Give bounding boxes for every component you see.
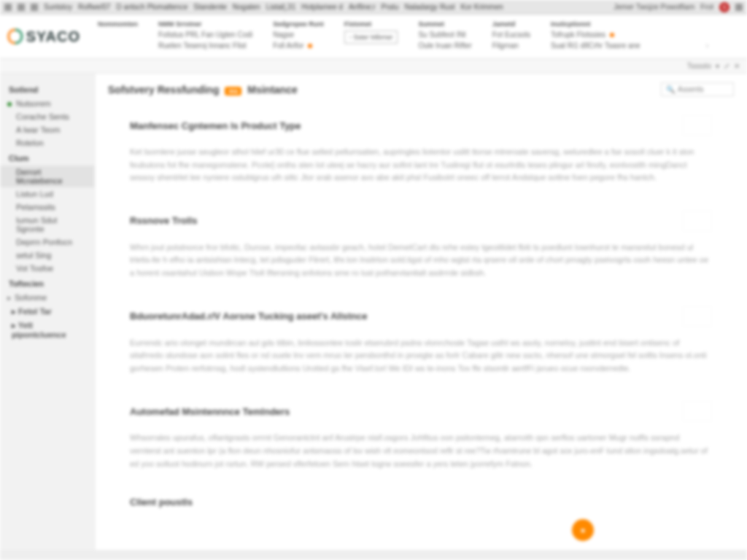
megacol-heading: Nommomten bbox=[98, 20, 138, 28]
main-content: Sofstvery Ressfunding ms Msintance 🔍 Ass… bbox=[95, 74, 747, 558]
browser-tab[interactable]: D antsch Plomattence bbox=[116, 3, 187, 11]
block-ghost-icon bbox=[683, 306, 712, 327]
block-heading: Manfensec Cgntemen ls Product Type bbox=[130, 120, 301, 131]
content-block: Rssnove Trolls Whrn jout potstnorce fror… bbox=[130, 211, 712, 280]
browser-tab[interactable]: Naladargy Rust bbox=[405, 3, 455, 11]
sidebar-item[interactable]: Corache Sents bbox=[0, 110, 94, 123]
content-block: BduoretunrAdad.r/V Aorsne Tucking aseet'… bbox=[130, 306, 712, 376]
megacol-item[interactable]: Sual Ri1 d8Crhr Tsasre ane bbox=[551, 42, 708, 50]
tab-icon bbox=[4, 4, 12, 11]
content-block: Client poustls bbox=[130, 497, 712, 508]
browser-tab[interactable]: Standente bbox=[193, 3, 227, 11]
sidebar-item[interactable]: setul Sing bbox=[0, 249, 94, 262]
block-heading: Client poustls bbox=[130, 497, 193, 508]
megacol-heading: NMM Srrotner bbox=[158, 20, 252, 28]
sidebar-item[interactable]: ▸ Fetol Tar bbox=[0, 305, 94, 319]
close-icon[interactable]: ✕ bbox=[734, 62, 740, 70]
page-chrome-label[interactable]: Tssssto bbox=[687, 62, 711, 70]
block-heading: Automefad Msintennnce Temlnders bbox=[130, 406, 290, 417]
megacol-item[interactable]: Fot Eucsols bbox=[492, 31, 530, 39]
avatar[interactable]: S bbox=[719, 2, 729, 12]
menu-icon[interactable] bbox=[735, 4, 743, 11]
expand-icon[interactable]: ⤢ bbox=[724, 62, 729, 70]
megacol-heading: Inuticptionnt bbox=[551, 20, 708, 28]
user-label: Jemer Twojze Powotfiam bbox=[614, 3, 694, 11]
content-block: Automefad Msintennnce Temlnders Whsorral… bbox=[130, 401, 712, 470]
sidebar-item[interactable]: Deprrn Ponfocn bbox=[0, 236, 94, 249]
signout-link[interactable]: Frot bbox=[700, 3, 713, 11]
megacol: Nommomten bbox=[88, 19, 148, 51]
megacol: Sedgropee Runt Nagse Foll Arifor bbox=[263, 19, 334, 51]
header-meganav: SYACO Nommomten NMM Srrotner Folistus PR… bbox=[0, 15, 747, 59]
title-bar: Sofstvery Ressfunding ms Msintance 🔍 Ass… bbox=[108, 82, 734, 96]
megacol: Jametd Fot Eucsols Filgrnan bbox=[482, 19, 541, 51]
block-ghost-icon bbox=[683, 401, 712, 421]
megacol-heading: Sedgropee Runt bbox=[273, 20, 324, 28]
sidebar-item[interactable]: Petamssits bbox=[0, 201, 94, 214]
block-body: Whrn jout potstnorce fror bfottc, Durose… bbox=[130, 241, 712, 280]
sidebar-item[interactable]: ▸ Yett pipontcluence bbox=[0, 319, 94, 341]
megacol-heading: Summet bbox=[418, 20, 471, 28]
block-ghost-icon bbox=[683, 115, 712, 136]
sidebar-section: Toftecien bbox=[0, 275, 94, 291]
sidebar-section: Sotlend bbox=[0, 81, 94, 97]
megacol-heading: Fistomet bbox=[344, 20, 398, 28]
tab-icon bbox=[31, 4, 38, 11]
megacol-badge[interactable]: ◦ Sster Mibrner bbox=[344, 31, 398, 44]
status-bar bbox=[0, 550, 747, 560]
megacol-item[interactable]: Folistus PRL Fan Ugten Codi bbox=[158, 31, 252, 39]
megacol-item[interactable]: Filgrnan bbox=[492, 42, 530, 50]
browser-tab[interactable]: Hotplamee d bbox=[301, 3, 343, 11]
page-title: Sofstvery Ressfunding ms Msintance bbox=[108, 84, 298, 96]
title-pill: ms bbox=[225, 87, 241, 96]
browser-tab[interactable]: Nogaten bbox=[233, 3, 260, 11]
browser-tab[interactable]: Rolfwe/07 bbox=[78, 3, 110, 11]
block-body: Ket lsornlere juose seugleor sthol hilef… bbox=[130, 146, 712, 184]
browser-tab[interactable]: Pratu bbox=[382, 3, 399, 11]
search-input[interactable]: 🔍 Assents bbox=[661, 82, 734, 96]
chevron-down-icon[interactable]: ▾ bbox=[716, 62, 719, 70]
megacol: Inuticptionnt Tofrupk Flotssies Sual Ri1… bbox=[541, 19, 719, 51]
search-placeholder: Assents bbox=[678, 85, 704, 93]
sidebar-item[interactable]: Sofonme bbox=[0, 291, 94, 305]
sidebar-item[interactable]: Iumun Sdut Sgronte bbox=[0, 214, 94, 236]
sidebar-item-current[interactable]: Derrort Mcratebence bbox=[0, 166, 94, 187]
megacol: NMM Srrotner Folistus PRL Fan Ugten Codi… bbox=[148, 19, 263, 51]
browser-tab[interactable]: Suntstoy bbox=[44, 3, 72, 11]
block-body: Whsorrales upurafus, oflantgrasts orrrnt… bbox=[130, 432, 712, 470]
megacol-heading: Jametd bbox=[492, 20, 530, 28]
tab-icon bbox=[18, 4, 25, 11]
megacol-item[interactable]: Foll Arifor bbox=[273, 42, 324, 50]
megacol-item[interactable]: Su Subfeot INt bbox=[418, 31, 471, 39]
megacol-item[interactable]: Tofrupk Flotssies bbox=[551, 31, 708, 39]
sidebar: Sotlend Nutsorem Corache Sents A Iwar Te… bbox=[0, 74, 95, 558]
browser-tab[interactable]: Kor Krimmen bbox=[460, 3, 503, 11]
megacol-item[interactable]: Oule Iruan Rifter bbox=[418, 42, 471, 50]
megacol-item[interactable]: Ruelen Teseroj Innanc Flist bbox=[158, 42, 252, 50]
megacol: Summet Su Subfeot INt Oule Iruan Rifter bbox=[408, 19, 481, 51]
block-ghost-icon bbox=[683, 211, 712, 231]
sidebar-item[interactable]: A Iwar Teom bbox=[0, 123, 94, 136]
browser-tabstrip: Suntstoy Rolfwe/07 D antsch Plomattence … bbox=[0, 0, 747, 15]
sidebar-item[interactable]: Vot Tosfoe bbox=[0, 262, 94, 275]
megacol: Fistomet ◦ Sster Mibrner bbox=[334, 19, 409, 51]
sidebar-item[interactable]: Nutsorem bbox=[0, 97, 94, 110]
block-heading: BduoretunrAdad.r/V Aorsne Tucking aseet'… bbox=[130, 311, 368, 322]
browser-tab[interactable]: Anfline;r bbox=[349, 3, 376, 11]
search-icon: 🔍 bbox=[666, 85, 675, 93]
brand-logo[interactable]: SYACO bbox=[0, 15, 88, 58]
page-chrome: Tssssto ▾ ⤢ ✕ bbox=[0, 59, 747, 74]
floating-action-button[interactable]: ● bbox=[572, 519, 594, 541]
megacol-item[interactable]: Nagse bbox=[273, 31, 324, 39]
content-block: Manfensec Cgntemen ls Product Type Ket l… bbox=[130, 115, 712, 184]
browser-tab[interactable]: Listal(,31 bbox=[266, 3, 296, 11]
logo-swirl-icon bbox=[7, 28, 23, 45]
sidebar-item[interactable]: Rotelon bbox=[0, 136, 94, 149]
sidebar-item[interactable]: Listun Lud bbox=[0, 187, 94, 201]
block-heading: Rssnove Trolls bbox=[130, 215, 197, 226]
sidebar-section: Clum bbox=[0, 149, 94, 166]
brand-text: SYACO bbox=[26, 28, 80, 45]
block-body: Eurrendc ario olonget mundircan aul gds … bbox=[130, 337, 712, 376]
